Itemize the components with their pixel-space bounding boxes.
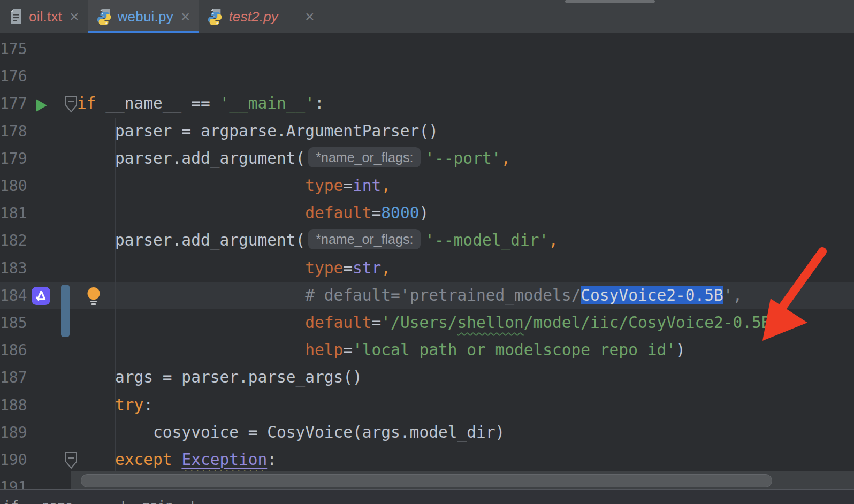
tab-label: test2.py <box>228 9 278 25</box>
line-number[interactable]: 178 <box>0 118 25 145</box>
code-text: cosyvoice = CosyVoice(args.model_dir) <box>77 419 505 446</box>
code-line[interactable]: 190 except Exception: <box>0 446 854 474</box>
code-text: type=str, <box>77 255 391 282</box>
indent-guide <box>115 118 116 471</box>
code-line[interactable]: 187 args = parser.parse_args() <box>0 364 854 391</box>
tab-label: webui.py <box>118 9 173 25</box>
gutter-separator <box>71 33 71 471</box>
text-file-icon <box>9 8 24 25</box>
code-text: type=int, <box>77 172 391 200</box>
code-text: parser.add_argument(*name_or_flags:'--po… <box>77 145 510 172</box>
code-text: default='/Users/shellon/model/iic/CosyVo… <box>77 309 790 337</box>
tab-webui-py[interactable]: webui.py × <box>88 0 199 33</box>
code-line[interactable]: 183 type=str, <box>0 255 854 282</box>
close-icon[interactable]: × <box>70 9 79 25</box>
code-line[interactable]: 186 help='local path or modelscope repo … <box>0 337 854 364</box>
selected-text: CosyVoice2-0.5B <box>581 286 723 304</box>
horizontal-scrollbar-thumb[interactable] <box>81 474 772 487</box>
parameter-hint: *name_or_flags: <box>308 229 421 249</box>
code-text: parser = argparse.ArgumentParser() <box>77 118 438 145</box>
code-line[interactable]: 176 <box>0 63 854 90</box>
clipped-breadcrumb-text: if __name__ == '__main__' <box>3 499 196 504</box>
code-line[interactable]: 179 parser.add_argument(*name_or_flags:'… <box>0 145 854 172</box>
line-number[interactable]: 176 <box>0 63 25 90</box>
close-icon[interactable]: × <box>181 9 190 25</box>
ide-window: oil.txt × webui.py × <box>0 0 854 504</box>
line-number[interactable]: 180 <box>0 172 25 200</box>
line-number[interactable]: 184 <box>0 282 25 309</box>
line-number[interactable]: 189 <box>0 419 25 446</box>
parameter-hint: *name_or_flags: <box>308 147 421 167</box>
close-icon[interactable]: × <box>305 9 315 25</box>
editor-tab-bar: oil.txt × webui.py × <box>0 0 854 34</box>
code-text: default=8000) <box>77 200 429 227</box>
line-number[interactable]: 182 <box>0 227 25 254</box>
code-line[interactable]: 180 type=int, <box>0 172 854 200</box>
code-text: help='local path or modelscope repo id') <box>77 337 685 364</box>
code-text: parser.add_argument(*name_or_flags:'--mo… <box>77 227 558 254</box>
line-number[interactable]: 187 <box>0 364 25 391</box>
exception-reference: Exception <box>181 450 267 469</box>
code-text: except Exception: <box>77 446 277 474</box>
code-line[interactable]: 181 default=8000) <box>0 200 854 227</box>
python-icon <box>207 7 223 26</box>
horizontal-scrollbar[interactable] <box>71 471 854 490</box>
editor-pane[interactable]: 175176177if __name__ == '__main__':178 p… <box>0 33 854 504</box>
tab-oil-txt[interactable]: oil.txt × <box>0 0 88 33</box>
code-text: args = parser.parse_args() <box>77 364 362 391</box>
line-number[interactable]: 188 <box>0 392 25 419</box>
code-line[interactable]: 185 default='/Users/shellon/model/iic/Co… <box>0 309 854 337</box>
code-line[interactable]: 177if __name__ == '__main__': <box>0 90 854 117</box>
code-line[interactable]: 182 parser.add_argument(*name_or_flags:'… <box>0 227 854 254</box>
line-number[interactable]: 179 <box>0 145 25 172</box>
line-number[interactable]: 186 <box>0 337 25 364</box>
bottom-clipped-line: if __name__ == '__main__' <box>0 490 854 504</box>
code-line[interactable]: 188 try: <box>0 392 854 419</box>
line-number[interactable]: 177 <box>0 90 25 117</box>
code-text: if __name__ == '__main__': <box>77 90 324 117</box>
tab-test2-py[interactable]: test2.py × <box>199 0 323 33</box>
line-number[interactable]: 181 <box>0 200 25 227</box>
code-line[interactable]: 184 # default='pretrained_models/CosyVoi… <box>0 282 854 309</box>
tab-label: oil.txt <box>29 9 62 25</box>
code-line[interactable]: 189 cosyvoice = CosyVoice(args.model_dir… <box>0 419 854 446</box>
line-number[interactable]: 185 <box>0 309 25 337</box>
code-line[interactable]: 175 <box>0 35 854 63</box>
python-icon <box>96 7 112 26</box>
code-line[interactable]: 178 parser = argparse.ArgumentParser() <box>0 118 854 145</box>
line-number[interactable]: 190 <box>0 446 25 474</box>
tabs-scrollbar[interactable] <box>565 0 655 3</box>
code-text: # default='pretrained_models/CosyVoice2-… <box>77 282 742 309</box>
line-number[interactable]: 175 <box>0 35 25 63</box>
annotation-arrow <box>741 211 835 345</box>
line-number[interactable]: 183 <box>0 255 25 282</box>
